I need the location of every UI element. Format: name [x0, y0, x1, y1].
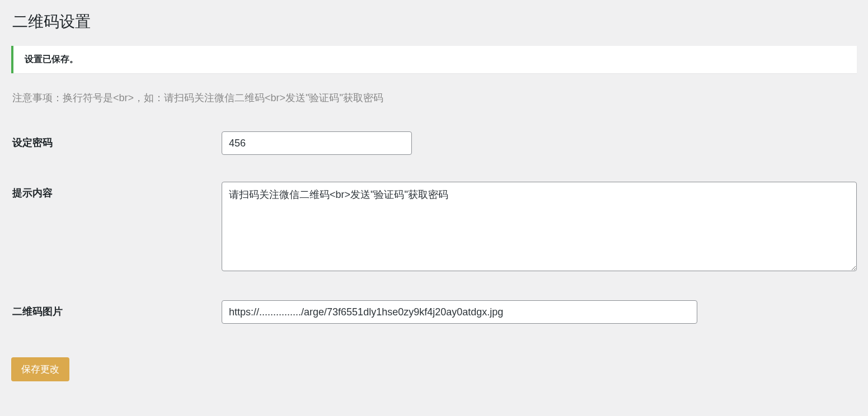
prompt-field-wrap — [222, 182, 857, 273]
qrimage-label: 二维码图片 — [11, 300, 222, 318]
help-text: 注意事项：换行符号是<br>，如：请扫码关注微信二维码<br>发送"验证码"获取… — [11, 91, 857, 105]
qrimage-row: 二维码图片 — [11, 300, 857, 324]
prompt-row: 提示内容 — [11, 182, 857, 273]
password-label: 设定密码 — [11, 131, 222, 149]
qrimage-input[interactable] — [222, 300, 697, 324]
notice-text: 设置已保存。 — [25, 54, 846, 65]
settings-form: 设定密码 提示内容 二维码图片 — [11, 131, 857, 324]
prompt-label: 提示内容 — [11, 182, 222, 200]
prompt-textarea[interactable] — [222, 182, 857, 271]
password-input[interactable] — [222, 131, 412, 155]
success-notice: 设置已保存。 — [11, 46, 857, 73]
save-button[interactable]: 保存更改 — [11, 357, 69, 381]
password-field-wrap — [222, 131, 857, 155]
page-title: 二维码设置 — [11, 11, 857, 32]
qrimage-field-wrap — [222, 300, 857, 324]
password-row: 设定密码 — [11, 131, 857, 155]
